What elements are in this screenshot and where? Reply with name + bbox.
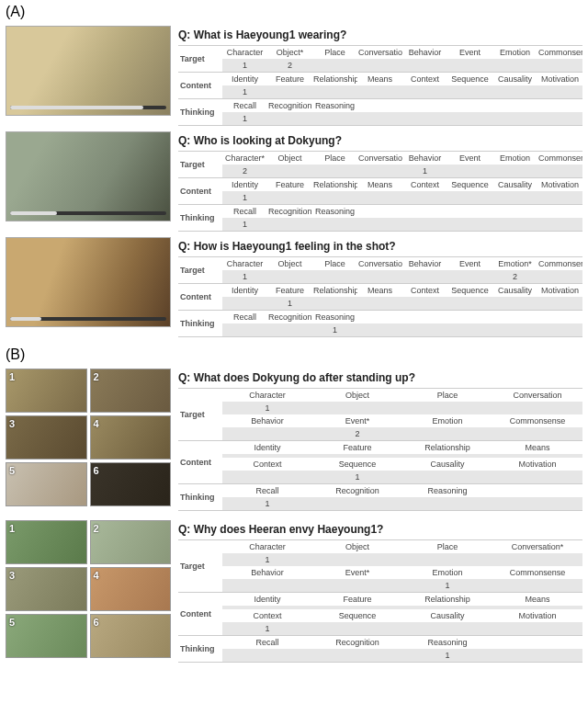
thumbnail: 5	[6, 462, 87, 506]
progress-fill	[10, 211, 57, 215]
thumb-num: 5	[9, 617, 15, 628]
thumb-num: 4	[94, 418, 99, 429]
progress-bar	[10, 106, 166, 109]
qa-table: Q: What is Haeyoung1 wearing? Target Cha…	[178, 26, 582, 126]
thumb-num: 1	[9, 371, 15, 382]
question-text: Q: What does Dokyung do after standing u…	[178, 369, 582, 388]
target-values: 21	[222, 165, 582, 177]
question-text: Q: How is Haeyoung1 feeling in the shot?	[178, 237, 582, 256]
target-label: Target	[178, 257, 222, 283]
thumbnail: 1	[6, 369, 87, 413]
content-values-b: 1	[222, 622, 582, 635]
qa-table: Q: Who is looking at Dokyung? Target Cha…	[178, 131, 582, 232]
thumbnail: 2	[90, 369, 172, 413]
content-values: 1	[222, 191, 582, 204]
qa-table: Q: Why does Heeran envy Haeyoung1? Targe…	[178, 520, 582, 663]
question-text: Q: What is Haeyoung1 wearing?	[178, 26, 582, 45]
target-block: Target CharacterObjectPlaceConversation …	[178, 388, 582, 440]
target-label: Target	[178, 152, 222, 177]
thinking-block: Thinking RecallRecognitionReasoning 1	[178, 483, 582, 511]
thinking-headers: RecallRecognitionReasoning	[222, 636, 582, 649]
content-label: Content	[178, 178, 222, 204]
thinking-headers: Recall Recognition Reasoning	[222, 99, 582, 112]
thinking-values: 1	[222, 323, 582, 336]
media-column: 1 2 3 4 5 6	[6, 369, 171, 506]
thumb-num: 6	[94, 465, 99, 476]
content-values: 1	[222, 85, 582, 98]
thinking-values: 1	[222, 649, 582, 662]
target-headers-b: BehaviorEvent*EmotionCommonsense	[222, 414, 582, 427]
progress-bar	[10, 211, 166, 215]
progress-fill	[10, 317, 41, 321]
content-block: Content IdentityFeatureRelationshipMeans…	[178, 283, 582, 310]
target-headers: CharacterObjectPlaceConversationBehavior…	[222, 257, 582, 270]
qa-row-b2: 1 2 3 4 5 6 Q: Why does Heeran envy Haey…	[6, 520, 582, 663]
qa-row-b1: 1 2 3 4 5 6 Q: What does Dokyung do afte…	[6, 369, 582, 511]
question-text: Q: Who is looking at Dokyung?	[178, 131, 582, 151]
progress-fill	[10, 106, 143, 109]
content-block: Content IdentityFeatureRelationshipMeans…	[178, 177, 582, 204]
qa-table: Q: What does Dokyung do after standing u…	[178, 369, 582, 511]
section-b-label: (B)	[0, 343, 588, 367]
content-headers-b: ContextSequenceCausalityMotivation	[222, 609, 582, 622]
content-headers-a: IdentityFeatureRelationshipMeans	[222, 441, 582, 454]
target-values-b: 2	[222, 427, 582, 440]
thumbnail-grid: 1 2 3 4 5 6	[6, 369, 171, 506]
thumbnail: 3	[6, 567, 87, 611]
thumbnail: 4	[90, 567, 172, 611]
thumbnail: 3	[6, 415, 87, 460]
qa-row-a3: Q: How is Haeyoung1 feeling in the shot?…	[6, 237, 582, 337]
thumb-num: 4	[94, 570, 99, 581]
target-block: Target CharacterObjectPlaceConversationB…	[178, 256, 582, 283]
thinking-block: Thinking RecallRecognitionReasoning 1	[178, 204, 582, 232]
thumb-num: 3	[9, 570, 15, 581]
thumbnail: 2	[90, 520, 172, 564]
progress-bar	[10, 317, 166, 321]
target-headers: Character Object* Place Conversation Beh…	[222, 46, 582, 59]
thumb-num: 2	[94, 371, 99, 382]
content-values-b: 1	[222, 471, 582, 483]
content-block: Content IdentityFeatureRelationshipMeans…	[178, 440, 582, 483]
target-block: Target CharacterObjectPlaceConversation*…	[178, 539, 582, 592]
target-label: Target	[178, 389, 222, 440]
content-block: Content IdentityFeatureRelationshipMeans…	[178, 592, 582, 635]
qa-table: Q: How is Haeyoung1 feeling in the shot?…	[178, 237, 582, 337]
video-frame	[6, 26, 171, 116]
media-column	[6, 131, 171, 221]
target-values: 1 2	[222, 59, 582, 72]
target-headers: Character*ObjectPlaceConversationBehavio…	[222, 152, 582, 165]
thinking-headers: RecallRecognitionReasoning	[222, 484, 582, 497]
video-frame	[6, 131, 171, 221]
content-label: Content	[178, 441, 222, 483]
content-block: Content Identity Feature Relationship Me…	[178, 72, 582, 98]
target-headers-b: BehaviorEvent*EmotionCommonsense	[222, 566, 582, 579]
thumbnail: 6	[90, 462, 172, 506]
target-headers-a: CharacterObjectPlaceConversation*	[222, 540, 582, 553]
content-label: Content	[178, 593, 222, 635]
content-headers-a: IdentityFeatureRelationshipMeans	[222, 593, 582, 606]
section-a-label: (A)	[0, 0, 588, 24]
thumb-num: 3	[9, 418, 15, 429]
thumbnail: 6	[90, 614, 172, 658]
thumbnail-grid: 1 2 3 4 5 6	[6, 520, 171, 658]
qa-row-a2: Q: Who is looking at Dokyung? Target Cha…	[6, 131, 582, 232]
content-label: Content	[178, 284, 222, 310]
thinking-label: Thinking	[178, 205, 222, 231]
content-label: Content	[178, 73, 222, 98]
content-values: 1	[222, 297, 582, 310]
content-headers: IdentityFeatureRelationshipMeansContextS…	[222, 284, 582, 297]
thinking-values: 1	[222, 497, 582, 510]
target-values-a: 1	[222, 553, 582, 566]
media-column	[6, 237, 171, 327]
content-headers-b: ContextSequenceCausalityMotivation	[222, 458, 582, 471]
thumb-num: 1	[9, 523, 15, 534]
qa-row-a1: Q: What is Haeyoung1 wearing? Target Cha…	[6, 26, 582, 126]
thinking-label: Thinking	[178, 311, 222, 336]
thinking-block: Thinking RecallRecognitionReasoning 1	[178, 310, 582, 337]
question-text: Q: Why does Heeran envy Haeyoung1?	[178, 520, 582, 539]
target-block: Target Character*ObjectPlaceConversation…	[178, 151, 582, 177]
thinking-values: 1	[222, 218, 582, 231]
thinking-label: Thinking	[178, 99, 222, 125]
thumbnail: 1	[6, 520, 87, 564]
target-headers-a: CharacterObjectPlaceConversation	[222, 389, 582, 402]
